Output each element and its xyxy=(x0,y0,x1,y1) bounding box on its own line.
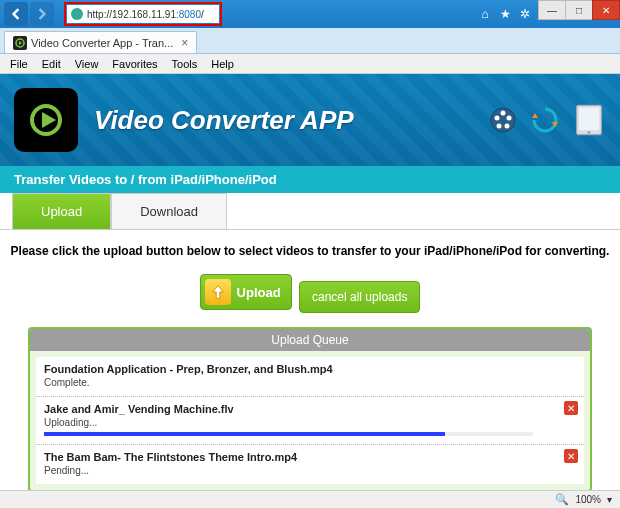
cancel-all-button[interactable]: cancel all uploads xyxy=(299,281,420,313)
svg-point-8 xyxy=(497,124,502,129)
svg-marker-10 xyxy=(532,113,538,118)
svg-point-5 xyxy=(501,111,506,116)
address-bar-highlight: http://192.168.11.91:8080/ xyxy=(64,2,222,26)
queue-item-cancel-button[interactable]: ✕ xyxy=(564,401,578,415)
browser-tab[interactable]: Video Converter App - Tran... × xyxy=(4,31,197,53)
tab-favicon-icon xyxy=(13,36,27,50)
tab-upload[interactable]: Upload xyxy=(12,193,111,229)
window-maximize-button[interactable]: □ xyxy=(565,0,593,20)
nav-back-button[interactable] xyxy=(4,2,28,26)
browser-tab-row: Video Converter App - Tran... × xyxy=(0,28,620,54)
upload-arrow-icon xyxy=(205,279,231,305)
tab-title: Video Converter App - Tran... xyxy=(31,37,173,49)
queue-item-status: Uploading... xyxy=(44,417,576,428)
zoom-icon[interactable]: 🔍 xyxy=(555,493,569,506)
globe-icon xyxy=(71,8,83,20)
app-title: Video Converter APP xyxy=(94,105,354,136)
transfer-subtitle: Transfer Videos to / from iPad/iPhone/iP… xyxy=(0,166,620,193)
upload-queue-panel: Upload Queue Foundation Application - Pr… xyxy=(28,327,592,490)
menu-file[interactable]: File xyxy=(4,56,34,72)
zoom-level: 100% xyxy=(575,494,601,505)
svg-marker-1 xyxy=(19,41,22,45)
tools-icon[interactable]: ✲ xyxy=(517,6,533,22)
url-host: 192.168.11.91 xyxy=(112,9,176,20)
upload-button[interactable]: Upload xyxy=(200,274,292,310)
instruction-text: Please click the upload button below to … xyxy=(0,230,620,268)
url-port: :8080 xyxy=(176,9,201,20)
svg-rect-13 xyxy=(579,108,599,131)
url-prefix: http:// xyxy=(87,9,112,20)
progress-bar xyxy=(44,432,533,436)
menu-help[interactable]: Help xyxy=(205,56,240,72)
menu-edit[interactable]: Edit xyxy=(36,56,67,72)
favorites-icon[interactable]: ★ xyxy=(497,6,513,22)
page-content: Video Converter APP Transfer Videos to /… xyxy=(0,74,620,490)
svg-marker-3 xyxy=(42,112,56,128)
upload-button-label: Upload xyxy=(237,285,281,300)
film-reel-icon xyxy=(488,105,518,135)
home-icon[interactable]: ⌂ xyxy=(477,6,493,22)
queue-item-cancel-button[interactable]: ✕ xyxy=(564,449,578,463)
svg-point-9 xyxy=(495,116,500,121)
svg-point-14 xyxy=(588,131,591,134)
app-banner: Video Converter APP xyxy=(0,74,620,166)
queue-item-status: Complete. xyxy=(44,377,576,388)
window-close-button[interactable]: ✕ xyxy=(592,0,620,20)
menu-tools[interactable]: Tools xyxy=(166,56,204,72)
queue-item-name: Jake and Amir_ Vending Machine.flv xyxy=(44,403,576,415)
upload-queue-title: Upload Queue xyxy=(30,329,590,351)
queue-item: The Bam Bam- The Flintstones Theme Intro… xyxy=(36,445,584,484)
tab-download[interactable]: Download xyxy=(111,193,227,229)
browser-titlebar: http://192.168.11.91:8080/ ⌂ ★ ✲ — □ ✕ xyxy=(0,0,620,28)
convert-arrows-icon xyxy=(530,105,560,135)
svg-point-7 xyxy=(505,124,510,129)
main-tabs: Upload Download xyxy=(0,193,620,230)
queue-item-status: Pending... xyxy=(44,465,576,476)
queue-item: Jake and Amir_ Vending Machine.flvUpload… xyxy=(36,397,584,445)
app-logo-icon xyxy=(14,88,78,152)
queue-item: Foundation Application - Prep, Bronzer, … xyxy=(36,357,584,397)
browser-menu-bar: File Edit View Favorites Tools Help xyxy=(0,54,620,74)
ipad-icon xyxy=(572,103,606,137)
nav-forward-button[interactable] xyxy=(30,2,54,26)
menu-favorites[interactable]: Favorites xyxy=(106,56,163,72)
queue-item-name: Foundation Application - Prep, Bronzer, … xyxy=(44,363,576,375)
zoom-dropdown-icon[interactable]: ▾ xyxy=(607,494,612,505)
url-path: / xyxy=(201,9,204,20)
svg-point-6 xyxy=(507,116,512,121)
queue-item-name: The Bam Bam- The Flintstones Theme Intro… xyxy=(44,451,576,463)
browser-status-bar: 🔍 100% ▾ xyxy=(0,490,620,508)
address-bar[interactable]: http://192.168.11.91:8080/ xyxy=(67,5,219,23)
menu-view[interactable]: View xyxy=(69,56,105,72)
window-minimize-button[interactable]: — xyxy=(538,0,566,20)
tab-close-icon[interactable]: × xyxy=(181,36,188,50)
